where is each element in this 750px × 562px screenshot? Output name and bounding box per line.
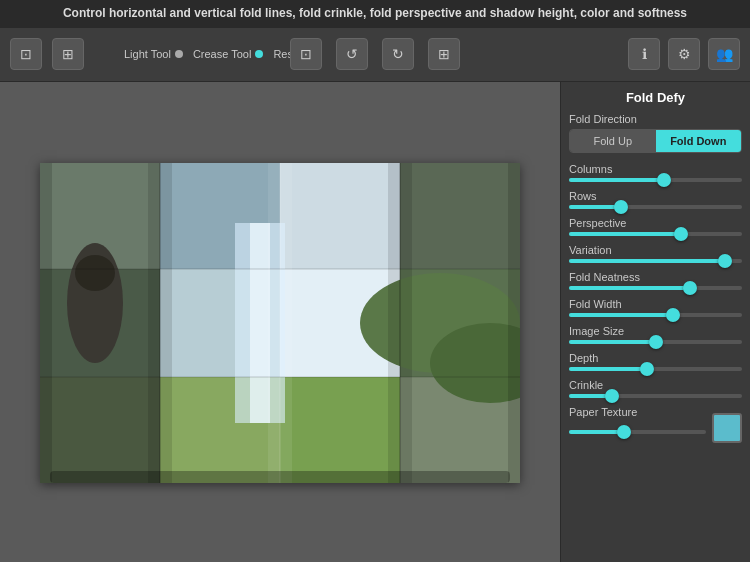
top-bar-text: Control horizontal and vertical fold lin… (63, 6, 687, 20)
slider-thumb-8[interactable] (605, 389, 619, 403)
slider-label-2: Perspective (569, 217, 742, 229)
svg-rect-29 (50, 471, 510, 483)
slider-thumb-2[interactable] (674, 227, 688, 241)
toolbar-right: ℹ ⚙ 👥 (628, 38, 740, 70)
tool-btn-2[interactable]: ⊞ (52, 38, 84, 70)
svg-point-14 (75, 255, 115, 291)
slider-fill-6 (569, 340, 656, 344)
svg-rect-28 (508, 163, 520, 483)
slider-row-crinkle: Crinkle (569, 379, 742, 398)
slider-track-2[interactable] (569, 232, 742, 236)
slider-thumb-5[interactable] (666, 308, 680, 322)
paper-texture-thumb[interactable] (617, 425, 631, 439)
slider-label-4: Fold Neatness (569, 271, 742, 283)
center-btn-2[interactable]: ↺ (336, 38, 368, 70)
paper-texture-fill (569, 430, 624, 434)
slider-fill-2 (569, 232, 681, 236)
slider-label-0: Columns (569, 163, 742, 175)
slider-label-5: Fold Width (569, 298, 742, 310)
svg-rect-4 (400, 163, 520, 269)
tool-btn-1[interactable]: ⊡ (10, 38, 42, 70)
center-btn-1[interactable]: ⊡ (290, 38, 322, 70)
fold-image (40, 163, 520, 483)
svg-rect-11 (280, 377, 400, 483)
slider-thumb-0[interactable] (657, 173, 671, 187)
paper-texture-swatch[interactable] (712, 413, 742, 443)
slider-fill-5 (569, 313, 673, 317)
svg-rect-9 (40, 377, 160, 483)
settings-btn[interactable]: ⚙ (668, 38, 700, 70)
slider-row-variation: Variation (569, 244, 742, 263)
fold-up-btn[interactable]: Fold Up (570, 130, 656, 152)
slider-row-perspective: Perspective (569, 217, 742, 236)
center-btn-4[interactable]: ⊞ (428, 38, 460, 70)
center-btn-3[interactable]: ↻ (382, 38, 414, 70)
slider-fill-7 (569, 367, 647, 371)
slider-row-columns: Columns (569, 163, 742, 182)
slider-row-fold-neatness: Fold Neatness (569, 271, 742, 290)
svg-rect-24 (40, 163, 52, 483)
slider-thumb-6[interactable] (649, 335, 663, 349)
toolbar: ⊡ ⊞ Light Tool Crease Tool Reset ↺ ⊡ ↺ ↻… (0, 28, 750, 82)
slider-track-5[interactable] (569, 313, 742, 317)
fold-direction-label: Fold Direction (569, 113, 742, 125)
right-panel: Fold Defy Fold Direction Fold Up Fold Do… (560, 82, 750, 562)
slider-track-1[interactable] (569, 205, 742, 209)
fold-down-btn[interactable]: Fold Down (656, 130, 742, 152)
paper-texture-row: Paper Texture (569, 406, 742, 443)
slider-label-1: Rows (569, 190, 742, 202)
users-btn[interactable]: 👥 (708, 38, 740, 70)
crease-tool-dot (255, 50, 263, 58)
slider-row-depth: Depth (569, 352, 742, 371)
slider-thumb-3[interactable] (718, 254, 732, 268)
slider-track-4[interactable] (569, 286, 742, 290)
slider-fill-3 (569, 259, 725, 263)
canvas-frame (40, 163, 520, 483)
sliders-container: Columns Rows Perspective Variation Fold … (569, 163, 742, 398)
toolbar-center: ⊡ ↺ ↻ ⊞ (290, 38, 460, 70)
paper-texture-track[interactable] (569, 430, 706, 434)
slider-label-7: Depth (569, 352, 742, 364)
slider-thumb-7[interactable] (640, 362, 654, 376)
svg-rect-26 (268, 163, 292, 483)
slider-track-7[interactable] (569, 367, 742, 371)
info-btn[interactable]: ℹ (628, 38, 660, 70)
top-bar: Control horizontal and vertical fold lin… (0, 0, 750, 28)
slider-row-image-size: Image Size (569, 325, 742, 344)
canvas-area (0, 82, 560, 562)
slider-track-0[interactable] (569, 178, 742, 182)
svg-rect-27 (388, 163, 412, 483)
svg-rect-3 (280, 163, 400, 269)
light-tool-label[interactable]: Light Tool (124, 48, 183, 60)
svg-rect-16 (250, 223, 270, 423)
slider-row-rows: Rows (569, 190, 742, 209)
svg-rect-25 (148, 163, 172, 483)
panel-title: Fold Defy (569, 90, 742, 105)
slider-fill-0 (569, 178, 664, 182)
light-tool-dot (175, 50, 183, 58)
slider-row-fold-width: Fold Width (569, 298, 742, 317)
slider-fill-4 (569, 286, 690, 290)
main-content: Fold Defy Fold Direction Fold Up Fold Do… (0, 82, 750, 562)
slider-track-3[interactable] (569, 259, 742, 263)
slider-label-8: Crinkle (569, 379, 742, 391)
crease-tool-label[interactable]: Crease Tool (193, 48, 264, 60)
fold-direction-group: Fold Up Fold Down (569, 129, 742, 153)
slider-thumb-4[interactable] (683, 281, 697, 295)
slider-label-3: Variation (569, 244, 742, 256)
slider-track-8[interactable] (569, 394, 742, 398)
slider-track-6[interactable] (569, 340, 742, 344)
slider-thumb-1[interactable] (614, 200, 628, 214)
